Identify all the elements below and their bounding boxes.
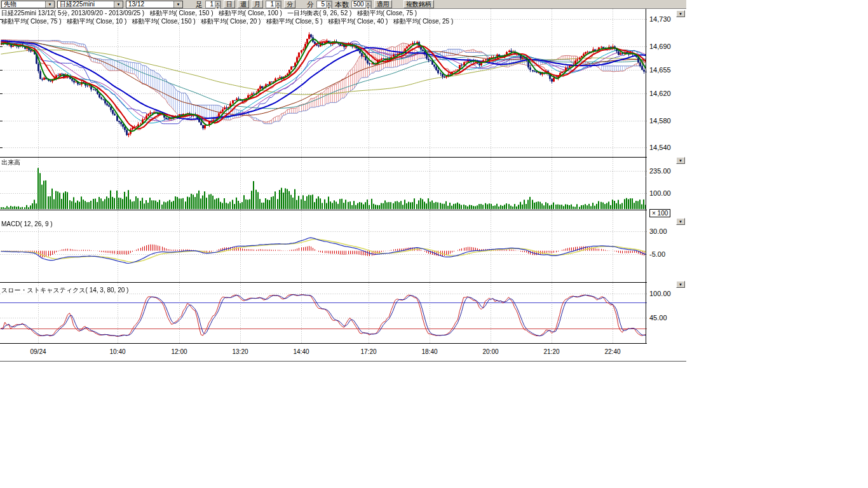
multi-symbol-button[interactable]: 複数銘柄 — [403, 0, 434, 8]
volume-multiplier-badge: × 100 — [649, 209, 670, 217]
market-dropdown[interactable]: 先物 ▼ — [1, 1, 55, 8]
minute-label: 分 — [307, 1, 314, 8]
chevron-down-icon: ▼ — [679, 159, 682, 163]
spinner-up-icon[interactable]: ▲ — [326, 1, 332, 6]
volume-pane-label: 出来高 — [1, 158, 20, 167]
bar-type-label: 足 — [196, 1, 203, 8]
macd-pane-dropdown-button[interactable]: ▼ — [676, 218, 685, 225]
volume-pane-dropdown-button[interactable]: ▼ — [676, 157, 685, 164]
period-day-button[interactable]: 日 — [224, 0, 235, 8]
axis-tick-label: 45.00 — [649, 314, 667, 322]
time-axis-label: 12:00 — [168, 348, 190, 355]
time-axis-label: 21:20 — [541, 348, 562, 355]
time-axis-label: 13:20 — [229, 348, 251, 355]
chevron-down-icon[interactable]: ▼ — [173, 1, 182, 8]
axis-tick-label: 14,620 — [649, 90, 671, 97]
axis-tick-label: 14,655 — [649, 66, 671, 74]
spinner-up-icon[interactable]: ▲ — [365, 1, 371, 6]
month-count-stepper[interactable]: 1 ▲▼ — [266, 1, 281, 8]
time-axis: 09/2410:4012:0013:2014:4017:2018:4020:00… — [0, 348, 647, 357]
month-count-value: 1 — [266, 1, 275, 8]
minute-value: 5 — [317, 1, 326, 8]
day-count-stepper[interactable]: 1 ▲▼ — [205, 1, 221, 8]
chart-region[interactable]: 日経225mini 13/12( 5分, 2013/09/20 - 2013/0… — [0, 9, 647, 362]
day-count-value: 1 — [206, 1, 215, 8]
spinner-up-icon[interactable]: ▲ — [275, 1, 281, 6]
chart-bottom-border — [0, 361, 686, 362]
chevron-down-icon: ▼ — [679, 283, 682, 287]
price-pane-dropdown-button[interactable]: ▼ — [676, 10, 685, 17]
macd-pane-label: MACD( 12, 26, 9 ) — [1, 220, 53, 227]
chevron-down-icon[interactable]: ▼ — [114, 1, 123, 8]
chevron-down-icon: ▼ — [679, 220, 682, 224]
bar-count-stepper[interactable]: 500 ▲▼ — [351, 1, 372, 8]
stoch-pane-label: スロー・ストキャスティクス( 14, 3, 80, 20 ) — [1, 286, 128, 295]
axis-tick-label: 14,540 — [649, 144, 671, 151]
market-dropdown-value: 先物 — [2, 1, 45, 8]
period-month-button[interactable]: 月 — [252, 0, 263, 8]
chevron-down-icon[interactable]: ▼ — [45, 1, 54, 8]
chart-legend-line2: 移動平均( Close, 75 ) 移動平均( Close, 10 ) 移動平均… — [1, 18, 453, 25]
contract-month-value: 13/12 — [126, 1, 173, 8]
time-axis-label: 17:20 — [358, 348, 379, 355]
time-axis-label: 22:40 — [602, 348, 623, 355]
chart-legend-line1: 日経225mini 13/12( 5分, 2013/09/20 - 2013/0… — [1, 10, 417, 17]
toolbar: 先物 ▼ 日経225mini ▼ 13/12 ▼ 足 1 ▲▼ 日 週 月 1 … — [0, 0, 686, 9]
symbol-dropdown-value: 日経225mini — [58, 1, 114, 8]
contract-month-dropdown[interactable]: 13/12 ▼ — [126, 1, 183, 8]
stoch-pane-dropdown-button[interactable]: ▼ — [676, 281, 685, 288]
time-axis-label: 18:40 — [419, 348, 440, 355]
chart-application-window: 先物 ▼ 日経225mini ▼ 13/12 ▼ 足 1 ▲▼ 日 週 月 1 … — [0, 0, 686, 363]
axis-tick-label: 14,580 — [649, 117, 671, 125]
time-axis-label: 20:00 — [480, 348, 501, 355]
axis-tick-label: -5.00 — [649, 250, 665, 258]
bar-count-label: 本数 — [335, 1, 349, 8]
axis-tick-label: 30.00 — [649, 227, 667, 235]
period-minute-button[interactable]: 分 — [284, 0, 295, 8]
spinner-up-icon[interactable]: ▲ — [215, 1, 220, 6]
axis-tick-label: 100.00 — [649, 189, 671, 197]
minute-value-stepper[interactable]: 5 ▲▼ — [316, 1, 332, 8]
time-axis-label: 09/24 — [27, 348, 49, 355]
period-week-button[interactable]: 週 — [238, 0, 249, 8]
time-axis-label: 10:40 — [107, 348, 128, 355]
axis-tick-label: 14,730 — [649, 15, 671, 23]
apply-button[interactable]: 適用 — [374, 0, 392, 8]
axis-tick-label: 100.00 — [649, 290, 671, 297]
right-axis: × 100 14,73014,69014,65514,62014,58014,5… — [649, 0, 681, 362]
symbol-dropdown[interactable]: 日経225mini ▼ — [57, 1, 123, 8]
chevron-down-icon: ▼ — [679, 12, 682, 16]
bar-count-value: 500 — [352, 1, 365, 8]
time-axis-label: 14:40 — [290, 348, 312, 355]
axis-tick-label: 14,690 — [649, 43, 671, 50]
axis-tick-label: 235.00 — [649, 167, 671, 175]
